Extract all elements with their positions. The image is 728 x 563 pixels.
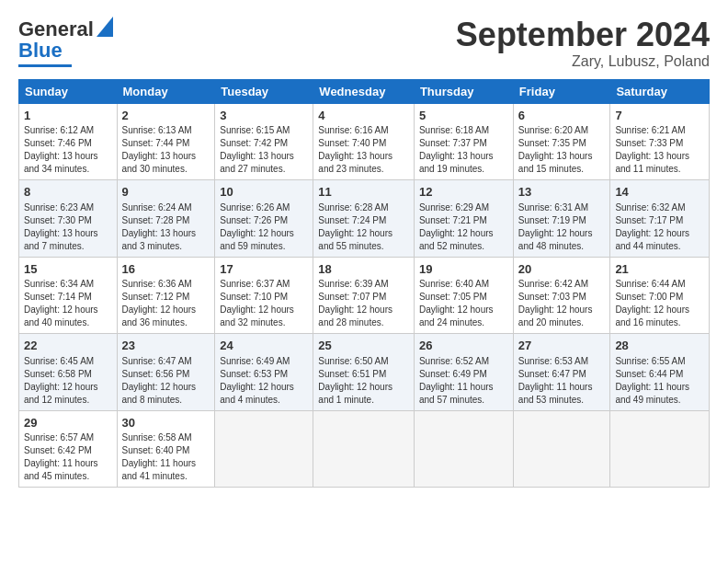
- table-row: 18Sunrise: 6:39 AM Sunset: 7:07 PM Dayli…: [313, 257, 415, 334]
- day-number: 17: [220, 261, 308, 278]
- day-info: Sunrise: 6:58 AM Sunset: 6:40 PM Dayligh…: [122, 431, 210, 483]
- table-row: 24Sunrise: 6:49 AM Sunset: 6:53 PM Dayli…: [215, 334, 313, 411]
- table-row: 15Sunrise: 6:34 AM Sunset: 7:14 PM Dayli…: [19, 257, 118, 334]
- header: General Blue September 2024 Zary, Lubusz…: [18, 17, 710, 70]
- day-number: 8: [24, 184, 112, 201]
- table-row: 11Sunrise: 6:28 AM Sunset: 7:24 PM Dayli…: [313, 180, 415, 258]
- day-number: 19: [419, 261, 508, 278]
- table-row: [215, 410, 313, 488]
- calendar-title: September 2024: [456, 17, 710, 53]
- day-info: Sunrise: 6:23 AM Sunset: 7:30 PM Dayligh…: [24, 201, 112, 253]
- day-number: 13: [518, 184, 606, 201]
- calendar-week-row: 8Sunrise: 6:23 AM Sunset: 7:30 PM Daylig…: [19, 180, 710, 258]
- table-row: 6Sunrise: 6:20 AM Sunset: 7:35 PM Daylig…: [513, 103, 610, 180]
- col-wednesday: Wednesday: [313, 79, 415, 103]
- day-info: Sunrise: 6:21 AM Sunset: 7:33 PM Dayligh…: [615, 124, 704, 176]
- day-number: 9: [122, 184, 210, 201]
- day-info: Sunrise: 6:52 AM Sunset: 6:49 PM Dayligh…: [419, 355, 508, 407]
- day-info: Sunrise: 6:16 AM Sunset: 7:40 PM Dayligh…: [318, 124, 409, 176]
- table-row: 25Sunrise: 6:50 AM Sunset: 6:51 PM Dayli…: [313, 334, 415, 411]
- table-row: 19Sunrise: 6:40 AM Sunset: 7:05 PM Dayli…: [414, 257, 513, 334]
- day-info: Sunrise: 6:36 AM Sunset: 7:12 PM Dayligh…: [122, 278, 210, 329]
- day-info: Sunrise: 6:40 AM Sunset: 7:05 PM Dayligh…: [419, 278, 508, 329]
- day-info: Sunrise: 6:55 AM Sunset: 6:44 PM Dayligh…: [615, 355, 704, 407]
- table-row: 2Sunrise: 6:13 AM Sunset: 7:44 PM Daylig…: [117, 103, 215, 180]
- table-row: 3Sunrise: 6:15 AM Sunset: 7:42 PM Daylig…: [215, 103, 313, 180]
- table-row: [414, 410, 513, 488]
- day-number: 28: [615, 338, 704, 354]
- day-number: 25: [318, 338, 409, 354]
- day-info: Sunrise: 6:18 AM Sunset: 7:37 PM Dayligh…: [419, 124, 508, 176]
- day-number: 15: [24, 261, 112, 278]
- day-number: 21: [615, 261, 704, 278]
- day-info: Sunrise: 6:44 AM Sunset: 7:00 PM Dayligh…: [615, 278, 704, 329]
- col-friday: Friday: [513, 79, 610, 103]
- day-info: Sunrise: 6:15 AM Sunset: 7:42 PM Dayligh…: [220, 124, 308, 176]
- day-number: 2: [122, 108, 210, 124]
- table-row: [610, 410, 710, 488]
- day-number: 7: [615, 108, 704, 124]
- day-info: Sunrise: 6:42 AM Sunset: 7:03 PM Dayligh…: [518, 278, 606, 329]
- day-info: Sunrise: 6:13 AM Sunset: 7:44 PM Dayligh…: [122, 124, 210, 176]
- col-monday: Monday: [117, 79, 215, 103]
- day-number: 4: [318, 108, 409, 124]
- day-number: 26: [419, 338, 508, 354]
- table-row: [313, 410, 415, 488]
- calendar-week-row: 15Sunrise: 6:34 AM Sunset: 7:14 PM Dayli…: [19, 257, 710, 334]
- table-row: 1Sunrise: 6:12 AM Sunset: 7:46 PM Daylig…: [19, 103, 118, 180]
- day-info: Sunrise: 6:49 AM Sunset: 6:53 PM Dayligh…: [220, 355, 308, 407]
- day-number: 1: [24, 108, 112, 124]
- table-row: 10Sunrise: 6:26 AM Sunset: 7:26 PM Dayli…: [215, 180, 313, 258]
- day-info: Sunrise: 6:31 AM Sunset: 7:19 PM Dayligh…: [518, 201, 606, 253]
- calendar-table: Sunday Monday Tuesday Wednesday Thursday…: [18, 79, 710, 488]
- day-info: Sunrise: 6:57 AM Sunset: 6:42 PM Dayligh…: [24, 431, 112, 483]
- day-number: 16: [122, 261, 210, 278]
- day-number: 11: [318, 184, 409, 201]
- table-row: 30Sunrise: 6:58 AM Sunset: 6:40 PM Dayli…: [117, 410, 215, 488]
- table-row: 13Sunrise: 6:31 AM Sunset: 7:19 PM Dayli…: [513, 180, 610, 258]
- table-row: 29Sunrise: 6:57 AM Sunset: 6:42 PM Dayli…: [19, 410, 118, 488]
- table-row: 5Sunrise: 6:18 AM Sunset: 7:37 PM Daylig…: [414, 103, 513, 180]
- day-info: Sunrise: 6:37 AM Sunset: 7:10 PM Dayligh…: [220, 278, 308, 329]
- table-row: 26Sunrise: 6:52 AM Sunset: 6:49 PM Dayli…: [414, 334, 513, 411]
- day-number: 6: [518, 108, 606, 124]
- calendar-subtitle: Zary, Lubusz, Poland: [456, 53, 710, 70]
- table-row: 27Sunrise: 6:53 AM Sunset: 6:47 PM Dayli…: [513, 334, 610, 411]
- col-thursday: Thursday: [414, 79, 513, 103]
- table-row: 4Sunrise: 6:16 AM Sunset: 7:40 PM Daylig…: [313, 103, 415, 180]
- title-block: September 2024 Zary, Lubusz, Poland: [456, 17, 710, 70]
- day-number: 20: [518, 261, 606, 278]
- day-number: 14: [615, 184, 704, 201]
- day-info: Sunrise: 6:12 AM Sunset: 7:46 PM Dayligh…: [24, 124, 112, 176]
- day-info: Sunrise: 6:26 AM Sunset: 7:26 PM Dayligh…: [220, 201, 308, 253]
- day-info: Sunrise: 6:39 AM Sunset: 7:07 PM Dayligh…: [318, 278, 409, 329]
- calendar-week-row: 1Sunrise: 6:12 AM Sunset: 7:46 PM Daylig…: [19, 103, 710, 180]
- day-info: Sunrise: 6:20 AM Sunset: 7:35 PM Dayligh…: [518, 124, 606, 176]
- table-row: 20Sunrise: 6:42 AM Sunset: 7:03 PM Dayli…: [513, 257, 610, 334]
- day-number: 24: [220, 338, 308, 354]
- day-number: 3: [220, 108, 308, 124]
- day-info: Sunrise: 6:28 AM Sunset: 7:24 PM Dayligh…: [318, 201, 409, 253]
- day-info: Sunrise: 6:47 AM Sunset: 6:56 PM Dayligh…: [122, 355, 210, 407]
- calendar-header-row: Sunday Monday Tuesday Wednesday Thursday…: [19, 79, 710, 103]
- table-row: 9Sunrise: 6:24 AM Sunset: 7:28 PM Daylig…: [117, 180, 215, 258]
- table-row: 16Sunrise: 6:36 AM Sunset: 7:12 PM Dayli…: [117, 257, 215, 334]
- calendar-week-row: 22Sunrise: 6:45 AM Sunset: 6:58 PM Dayli…: [19, 334, 710, 411]
- table-row: 17Sunrise: 6:37 AM Sunset: 7:10 PM Dayli…: [215, 257, 313, 334]
- day-info: Sunrise: 6:24 AM Sunset: 7:28 PM Dayligh…: [122, 201, 210, 253]
- day-number: 18: [318, 261, 409, 278]
- table-row: 28Sunrise: 6:55 AM Sunset: 6:44 PM Dayli…: [610, 334, 710, 411]
- col-saturday: Saturday: [610, 79, 710, 103]
- table-row: 7Sunrise: 6:21 AM Sunset: 7:33 PM Daylig…: [610, 103, 710, 180]
- table-row: 22Sunrise: 6:45 AM Sunset: 6:58 PM Dayli…: [19, 334, 118, 411]
- day-info: Sunrise: 6:53 AM Sunset: 6:47 PM Dayligh…: [518, 355, 606, 407]
- logo-triangle-icon: [97, 17, 113, 40]
- table-row: 21Sunrise: 6:44 AM Sunset: 7:00 PM Dayli…: [610, 257, 710, 334]
- day-number: 27: [518, 338, 606, 354]
- day-number: 23: [122, 338, 210, 354]
- table-row: 8Sunrise: 6:23 AM Sunset: 7:30 PM Daylig…: [19, 180, 118, 258]
- calendar-week-row: 29Sunrise: 6:57 AM Sunset: 6:42 PM Dayli…: [19, 410, 710, 488]
- page: General Blue September 2024 Zary, Lubusz…: [0, 0, 728, 497]
- logo-blue-text: Blue: [18, 39, 63, 63]
- col-sunday: Sunday: [19, 79, 118, 103]
